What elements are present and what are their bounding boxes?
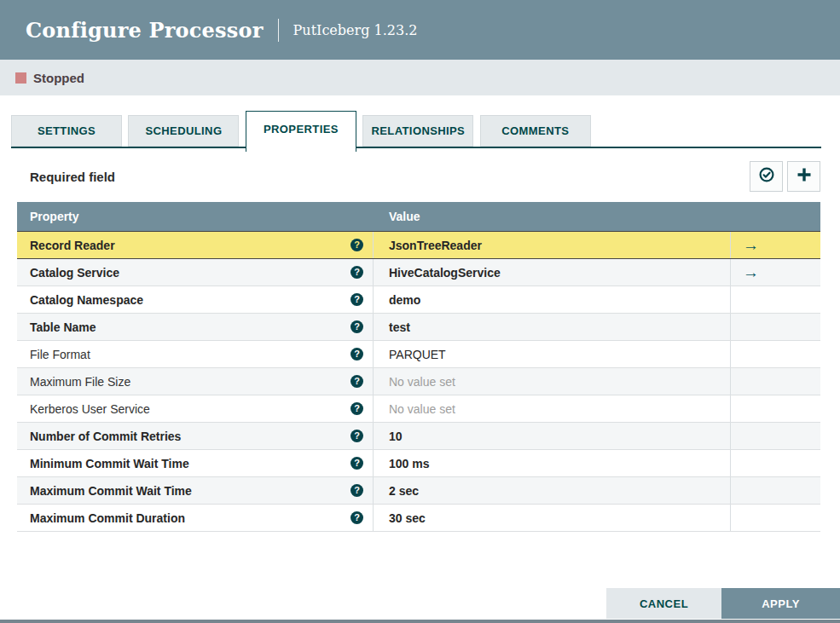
property-row[interactable]: Maximum Commit Wait Time ? 2 sec → (17, 477, 820, 505)
tab-settings[interactable]: SETTINGS (11, 115, 122, 147)
go-to-service-cell: → (730, 477, 820, 504)
help-icon[interactable]: ? (350, 511, 363, 524)
go-to-service-cell: → (730, 314, 820, 340)
property-row[interactable]: Table Name ? test → (17, 314, 820, 341)
property-value-cell[interactable]: 10 (373, 423, 730, 449)
go-to-service-cell: → (730, 368, 820, 395)
go-to-service-arrow[interactable]: → (743, 264, 759, 280)
property-value-cell[interactable]: test (373, 314, 730, 340)
property-name: Minimum Commit Wait Time (30, 457, 350, 470)
help-icon[interactable]: ? (350, 320, 363, 333)
property-value-cell[interactable]: 30 sec (373, 505, 730, 531)
dialog-title: Configure Processor (26, 18, 264, 43)
dialog-bottom-edge (0, 620, 840, 623)
property-value-cell[interactable]: 2 sec (373, 477, 730, 504)
property-name: File Format (30, 348, 350, 361)
property-row[interactable]: Maximum File Size ? No value set → (17, 368, 820, 395)
property-name: Catalog Namespace (30, 293, 350, 307)
help-icon[interactable]: ? (350, 457, 363, 470)
help-icon[interactable]: ? (350, 239, 363, 251)
table-header-row: Property Value (17, 202, 820, 231)
plus-icon (796, 166, 813, 187)
property-value: test (389, 320, 410, 334)
property-value: 100 ms (389, 457, 429, 470)
property-name-cell: Catalog Service ? (17, 259, 373, 286)
property-row[interactable]: Catalog Namespace ? demo → (17, 286, 820, 314)
tab-comments[interactable]: COMMENTS (480, 115, 591, 147)
property-name-cell: Maximum Commit Wait Time ? (17, 477, 373, 504)
property-value-cell[interactable]: No value set (373, 368, 730, 395)
dialog-header: Configure Processor PutIceberg 1.23.2 (0, 0, 840, 60)
property-name-cell: Maximum File Size ? (17, 368, 373, 395)
processor-type-version: PutIceberg 1.23.2 (293, 22, 418, 38)
property-value: PARQUET (389, 348, 446, 361)
property-value-cell[interactable]: demo (373, 286, 730, 313)
property-name-cell: Number of Commit Retries ? (17, 423, 373, 449)
property-value: HiveCatalogService (389, 266, 501, 280)
tab-scheduling[interactable]: SCHEDULING (128, 115, 239, 147)
verify-properties-button[interactable] (750, 161, 783, 192)
property-value: 2 sec (389, 484, 419, 498)
property-name: Catalog Service (30, 266, 350, 280)
tab-underline (11, 147, 821, 148)
column-header-value: Value (373, 210, 730, 223)
go-to-service-cell: → (730, 259, 820, 286)
toolbar-buttons (750, 161, 820, 192)
go-to-service-cell: → (730, 450, 820, 476)
property-row[interactable]: File Format ? PARQUET → (17, 341, 820, 368)
help-icon[interactable]: ? (350, 375, 363, 388)
property-name-cell: Table Name ? (17, 314, 373, 340)
property-value-cell[interactable]: PARQUET (373, 341, 730, 367)
property-name: Number of Commit Retries (30, 430, 350, 443)
property-value: demo (389, 293, 420, 307)
properties-toolbar: Required field (30, 161, 820, 192)
status-bar: Stopped (0, 60, 840, 95)
help-icon[interactable]: ? (350, 266, 363, 279)
property-name: Record Reader (30, 239, 350, 252)
property-name: Maximum File Size (30, 375, 350, 389)
properties-table-body: Record Reader ? JsonTreeReader → Catalog… (17, 231, 820, 532)
property-value-cell[interactable]: JsonTreeReader (373, 232, 730, 258)
property-row[interactable]: Record Reader ? JsonTreeReader → (17, 231, 820, 259)
help-icon[interactable]: ? (350, 293, 363, 306)
help-icon[interactable]: ? (350, 484, 363, 497)
property-value: 10 (389, 430, 403, 443)
stopped-icon (15, 72, 26, 84)
property-name-cell: Kerberos User Service ? (17, 395, 373, 422)
tab-bar: SETTINGS SCHEDULING PROPERTIES RELATIONS… (0, 111, 840, 152)
property-row[interactable]: Kerberos User Service ? No value set → (17, 395, 820, 423)
property-value-cell[interactable]: HiveCatalogService (373, 259, 730, 286)
dialog-footer: CANCEL APPLY (0, 588, 840, 619)
property-name-cell: Maximum Commit Duration ? (17, 505, 373, 531)
property-name: Table Name (30, 320, 350, 334)
tab-relationships[interactable]: RELATIONSHIPS (362, 115, 473, 147)
status-label: Stopped (33, 71, 84, 85)
property-name-cell: Minimum Commit Wait Time ? (17, 450, 373, 476)
help-icon[interactable]: ? (350, 402, 363, 415)
property-row[interactable]: Minimum Commit Wait Time ? 100 ms → (17, 450, 820, 477)
add-property-button[interactable] (787, 161, 820, 192)
go-to-service-cell: → (730, 341, 820, 367)
title-separator (278, 19, 279, 42)
property-row[interactable]: Catalog Service ? HiveCatalogService → (17, 259, 820, 286)
tab-properties[interactable]: PROPERTIES (246, 111, 356, 152)
required-field-label: Required field (30, 170, 115, 184)
property-row[interactable]: Number of Commit Retries ? 10 → (17, 423, 820, 450)
go-to-service-arrow[interactable]: → (743, 237, 759, 253)
cancel-button[interactable]: CANCEL (606, 588, 721, 619)
properties-table: Property Value Record Reader ? JsonTreeR… (17, 202, 820, 532)
property-name-cell: Record Reader ? (17, 232, 373, 258)
apply-button[interactable]: APPLY (721, 588, 840, 619)
help-icon[interactable]: ? (350, 348, 363, 361)
check-circle-icon (758, 166, 775, 187)
property-value-cell[interactable]: No value set (373, 395, 730, 422)
property-value: 30 sec (389, 511, 426, 525)
property-name: Kerberos User Service (30, 402, 350, 416)
go-to-service-cell: → (730, 232, 820, 258)
go-to-service-cell: → (730, 423, 820, 449)
property-value-cell[interactable]: 100 ms (373, 450, 730, 476)
property-name: Maximum Commit Duration (30, 511, 350, 525)
property-row[interactable]: Maximum Commit Duration ? 30 sec → (17, 505, 820, 532)
property-value: JsonTreeReader (389, 239, 482, 252)
help-icon[interactable]: ? (350, 430, 363, 442)
